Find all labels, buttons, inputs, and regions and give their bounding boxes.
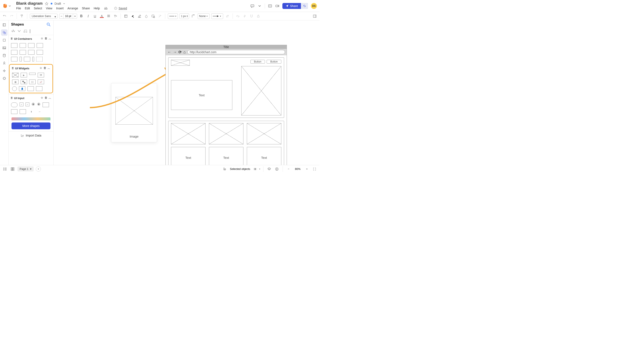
shape-thumb[interactable] xyxy=(24,57,30,61)
fill-color-button[interactable] xyxy=(130,14,135,19)
shape-thumb[interactable] xyxy=(23,29,28,33)
shape-thumb[interactable] xyxy=(20,50,26,55)
shape-fill-button[interactable] xyxy=(123,14,128,19)
fullscreen-icon[interactable] xyxy=(312,166,317,172)
text-options-button[interactable]: T▾ xyxy=(113,14,118,19)
menu-view[interactable]: View xyxy=(46,6,52,10)
menu-select[interactable]: Select xyxy=(34,6,42,10)
undo-button[interactable] xyxy=(2,14,7,19)
status-label[interactable]: Draft xyxy=(54,2,61,5)
trash-icon[interactable]: 🗑 xyxy=(44,96,47,100)
binoculars-icon[interactable] xyxy=(104,6,108,10)
video-icon[interactable] xyxy=(275,4,280,8)
shape-thumb[interactable]: ✓ xyxy=(26,103,30,106)
shape-thumb[interactable] xyxy=(28,43,34,48)
user-avatar[interactable]: DS xyxy=(311,3,317,9)
line-start-select[interactable]: None▾ xyxy=(198,13,210,19)
shape-thumb[interactable] xyxy=(20,57,22,61)
share-button[interactable]: Share xyxy=(282,3,308,9)
rail-data-icon[interactable] xyxy=(1,52,8,59)
shape-thumb[interactable] xyxy=(20,43,26,48)
shape-thumb[interactable]: ▦ xyxy=(12,80,18,84)
opacity-button[interactable] xyxy=(144,14,149,19)
shape-thumb[interactable] xyxy=(29,73,36,75)
app-logo[interactable] xyxy=(2,3,11,8)
link-button[interactable] xyxy=(235,14,240,19)
document-title[interactable]: Blank diagram xyxy=(16,1,42,6)
category-header[interactable]: ⠿ UI Widgets ☆ 🗑 ︿ xyxy=(10,65,52,72)
shape-thumb[interactable] xyxy=(11,57,18,61)
rail-sparkle-icon[interactable] xyxy=(1,68,8,74)
shape-thumb[interactable] xyxy=(28,86,34,91)
shape-options-button[interactable] xyxy=(150,14,156,19)
rail-outline-icon[interactable] xyxy=(1,22,8,28)
chevron-down-icon[interactable] xyxy=(8,5,11,7)
menu-file[interactable]: File xyxy=(16,6,21,10)
shape-thumb[interactable] xyxy=(11,103,18,107)
shape-image-widget[interactable] xyxy=(12,73,18,77)
shape-thumb[interactable]: 📈 xyxy=(38,80,44,84)
shape-thumb[interactable] xyxy=(20,109,26,114)
add-page-button[interactable]: + xyxy=(36,167,41,172)
line-style-select[interactable]: ▾ xyxy=(168,13,178,19)
line-shape-button[interactable] xyxy=(191,14,196,19)
page-tab[interactable]: Page 1 ▾ xyxy=(18,167,34,172)
shape-thumb[interactable] xyxy=(37,103,40,107)
play-icon[interactable] xyxy=(268,4,272,8)
rail-square-icon[interactable] xyxy=(1,37,8,43)
shape-thumb[interactable] xyxy=(12,86,17,91)
underline-button[interactable]: U xyxy=(92,14,98,19)
zoom-level[interactable]: 80% xyxy=(294,167,302,171)
line-width-select[interactable]: 1 px▴▾ xyxy=(180,13,189,19)
italic-button[interactable]: I xyxy=(86,14,91,19)
canvas[interactable]: Image Title ← → ⟳ ⌂ http://lucidchart.co… xyxy=(54,20,320,165)
border-color-button[interactable] xyxy=(137,14,142,19)
more-shapes-button[interactable]: More shapes xyxy=(12,123,50,129)
chevron-up-icon[interactable]: ︿ xyxy=(48,66,50,70)
shape-thumb[interactable] xyxy=(32,57,34,61)
shape-thumb[interactable] xyxy=(11,29,15,33)
shape-thumb[interactable] xyxy=(28,50,34,55)
shape-thumb[interactable]: ▯▯ xyxy=(29,80,36,84)
swap-ends-button[interactable] xyxy=(225,14,230,19)
zoom-in-button[interactable]: + xyxy=(304,166,310,172)
shape-thumb[interactable] xyxy=(42,103,49,107)
action-button[interactable] xyxy=(242,14,247,19)
rail-rocket-icon[interactable] xyxy=(1,60,8,66)
shape-thumb[interactable]: ⟜ xyxy=(37,109,43,114)
font-size-increase[interactable]: + xyxy=(73,14,77,19)
save-status[interactable]: Saved xyxy=(114,6,127,10)
shape-thumb[interactable] xyxy=(36,86,42,91)
shape-thumb[interactable] xyxy=(30,29,30,33)
magnet-button[interactable] xyxy=(249,14,254,19)
paint-format-button[interactable] xyxy=(20,14,24,19)
lock-button[interactable] xyxy=(256,14,261,19)
layers-icon[interactable] xyxy=(266,166,272,172)
font-family-select[interactable]: Liberation Sans ▾ xyxy=(30,14,58,18)
wireframe-browser[interactable]: Title ← → ⟳ ⌂ http://lucidchart.com Text xyxy=(166,45,287,165)
shape-thumb[interactable]: 👤 xyxy=(19,86,25,91)
chevron-down-icon[interactable] xyxy=(258,4,262,8)
chevron-up-icon[interactable]: ︿ xyxy=(48,96,51,100)
shape-thumb[interactable]: ⬆ xyxy=(28,109,34,114)
share-link-button[interactable] xyxy=(301,3,308,9)
shape-thumb[interactable] xyxy=(37,43,43,48)
star-icon[interactable]: ☆ xyxy=(40,66,42,70)
shape-thumb[interactable]: ▶ xyxy=(21,73,27,77)
comment-icon[interactable] xyxy=(250,4,254,8)
shape-thumb[interactable]: ✓ xyxy=(20,103,24,106)
font-size-decrease[interactable]: − xyxy=(59,14,64,19)
rail-image-icon[interactable] xyxy=(1,45,8,51)
panels-button[interactable] xyxy=(312,14,317,19)
shape-thumb[interactable]: 🗺 xyxy=(38,73,44,77)
search-icon[interactable] xyxy=(46,22,51,27)
category-header[interactable]: ⠿ UI Input ☆ 🗑 ︿ xyxy=(8,94,54,102)
chevron-up-icon[interactable]: ︿ xyxy=(48,37,51,41)
font-size-input[interactable] xyxy=(64,14,73,19)
chevron-down-icon[interactable] xyxy=(63,2,65,5)
caret-down-icon[interactable]: ▾ xyxy=(259,168,260,170)
grid-view-icon[interactable] xyxy=(10,166,15,172)
menu-insert[interactable]: Insert xyxy=(56,6,64,10)
rail-shapes-icon[interactable] xyxy=(1,29,8,36)
shape-thumb[interactable] xyxy=(32,103,35,107)
